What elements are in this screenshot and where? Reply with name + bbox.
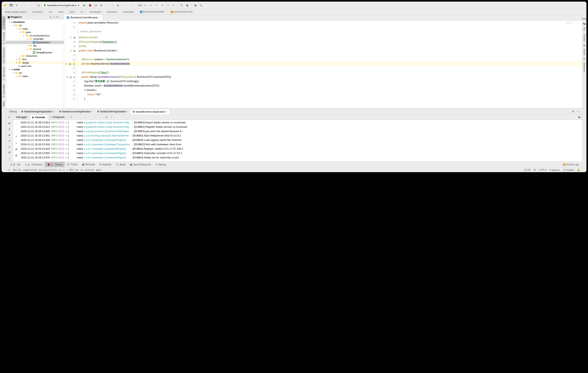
node-java[interactable]: ▾📁java <box>6 31 64 34</box>
node-business[interactable]: ▾■business <box>6 20 64 24</box>
force-step-icon[interactable]: ⇓ <box>83 115 88 119</box>
print-icon[interactable]: 🖶 <box>14 147 19 151</box>
structure-icon[interactable]: ▦ <box>185 3 190 8</box>
git-fetch-icon[interactable]: ✦ <box>160 3 165 8</box>
rail-pull-requests[interactable]: Pull Requests <box>2 46 6 65</box>
subtab-debugger[interactable]: Debugger <box>13 114 30 120</box>
minimize-icon[interactable]: — <box>60 16 62 19</box>
close-icon[interactable]: × <box>99 16 100 19</box>
step-into-icon[interactable]: ↓ <box>78 115 83 119</box>
bc-7[interactable]: business <box>106 10 118 14</box>
node-order-main[interactable]: ▸📁main <box>6 75 64 78</box>
subtab-endpoints[interactable]: ⇄ Endpoints <box>48 114 67 120</box>
mute-bp-icon[interactable]: ⊘ <box>7 145 12 149</box>
tools-toggle-icon[interactable]: ▢ <box>8 168 10 171</box>
bc-0[interactable]: seata-dubbo-action <box>4 10 27 14</box>
bc-3[interactable]: main <box>57 10 64 14</box>
node-resources[interactable]: ▸📁resources <box>6 54 64 58</box>
node-service[interactable]: ▸📁service <box>6 47 64 51</box>
coverage-icon[interactable]: ◔ <box>93 3 98 8</box>
database-icon[interactable]: 🗄 <box>583 57 586 61</box>
tool-event-log[interactable]: 1 Event Log <box>561 162 580 167</box>
trash-icon[interactable]: 🗑 <box>7 150 12 155</box>
node-controller[interactable]: ▾📁controller <box>6 37 64 41</box>
build-icon[interactable]: 🔨 <box>36 3 41 8</box>
debug-tab-1[interactable]: ⬢SeataAccountApplication× <box>57 109 95 114</box>
rail-sciview[interactable]: SciView <box>583 32 586 43</box>
status-pos[interactable]: 23:29 <box>524 168 531 171</box>
evaluate-icon[interactable]: ▦ <box>104 115 109 119</box>
tool-debug[interactable]: 🐞 5: Debug <box>45 162 64 167</box>
layout-icon[interactable]: ▣ <box>577 115 582 119</box>
clear-icon[interactable]: 🗑 <box>14 153 19 158</box>
minimize-icon[interactable]: — <box>576 109 580 114</box>
pause-icon[interactable]: ∥ <box>7 127 12 131</box>
back-icon[interactable]: ← <box>22 3 27 8</box>
gear-icon[interactable]: ⚙ <box>56 16 59 19</box>
list-icon[interactable]: ≡ <box>110 3 115 8</box>
next-highlight-icon[interactable]: ⌄ <box>576 21 578 24</box>
debug-icon[interactable]: 🐞 <box>88 3 92 8</box>
ant-icon[interactable]: 🐜 <box>583 22 586 25</box>
debug-tab-3[interactable]: ⬢SeataBusinessApplication× <box>130 109 170 114</box>
tool-jee[interactable]: ▦ Java Enterprise <box>128 162 153 167</box>
lock-icon[interactable]: 🔒 <box>577 168 580 171</box>
rail-commit[interactable]: 0: Commit <box>2 31 6 45</box>
up-icon[interactable]: ↑ <box>14 121 19 126</box>
bc-10[interactable]: fbusinessService <box>170 10 193 14</box>
debug-tab-2[interactable]: ⬢SeataOrderApplication× <box>95 109 130 114</box>
subtab-console[interactable]: ▶ Console <box>30 114 48 120</box>
rail-web[interactable]: Web <box>2 100 6 108</box>
run-cursor-icon[interactable]: ⇥ <box>97 115 102 119</box>
rail-project[interactable]: 1: Project <box>2 16 6 30</box>
trace-icon[interactable]: ⇄ <box>109 115 114 119</box>
node-businesscontroller[interactable]: CBusinessCo <box>6 41 64 44</box>
rail-structure[interactable]: 7: Structure <box>2 65 6 82</box>
status-branch[interactable]: ⎇ master <box>563 168 574 171</box>
status-enc[interactable]: UTF-8 <box>539 168 546 171</box>
stop-icon[interactable]: ■ <box>116 3 120 8</box>
mapping-icon[interactable]: ◉ <box>70 75 72 78</box>
chevron-down-icon[interactable]: ▾ <box>20 16 22 19</box>
scroll-icon[interactable]: ⤓ <box>14 140 19 145</box>
rail-favorites[interactable]: 2: Favorites <box>2 83 6 99</box>
console-output[interactable]: 2020-12-21 16:26:13.813 INFO 5123 --- [ … <box>20 120 582 161</box>
gear-icon[interactable]: ⚙ <box>571 109 576 114</box>
bulb-icon[interactable]: 💡 <box>72 62 75 65</box>
node-pom[interactable]: mpom.xml <box>6 64 64 68</box>
status-indent[interactable]: 4 spaces <box>549 168 560 171</box>
breakpoints-icon[interactable]: ● <box>7 139 12 143</box>
tool-git[interactable]: ⎇ 9: Git <box>8 162 22 167</box>
bean-icon[interactable]: ◉ <box>69 62 71 65</box>
debug-tab-0[interactable]: ⬢SeataStorageApplication× <box>19 109 57 114</box>
save-icon[interactable]: 💾 <box>9 3 13 8</box>
bc-2[interactable]: src <box>48 10 53 14</box>
node-pkg[interactable]: ▾📁cn.mushuwei.bus <box>6 34 64 37</box>
locate-icon[interactable]: ⊕ <box>49 16 52 19</box>
bc-6[interactable]: mushuwei <box>88 10 102 14</box>
rail-ant[interactable]: Ant <box>583 25 586 32</box>
bc-9[interactable]: CBusinessController <box>139 10 165 14</box>
bc-4[interactable]: java <box>69 10 75 14</box>
node-order[interactable]: ▾■order <box>6 68 64 71</box>
down-icon[interactable]: ↓ <box>14 128 19 132</box>
tool-problems[interactable]: ⚠ 6: Problems <box>23 162 44 167</box>
tool-terminal[interactable]: ▣ Terminal <box>80 162 97 167</box>
wrap-icon[interactable]: ≡ <box>14 134 19 139</box>
editor-tab-active[interactable]: C BusinessController.java × <box>64 15 103 21</box>
rerun-icon[interactable]: ⟳ <box>7 115 12 119</box>
sync-icon[interactable]: ↻ <box>129 3 134 8</box>
attach-icon[interactable]: ⤓ <box>104 3 109 8</box>
bc-1[interactable]: business <box>32 10 43 14</box>
tool-spring[interactable]: ❀ Spring <box>153 162 168 167</box>
open-icon[interactable]: 📂 <box>3 3 8 8</box>
refresh-icon[interactable]: ⟳ <box>14 3 19 8</box>
code-area[interactable]: import javax.annotation.Resource; Author… <box>77 21 582 108</box>
editor-content[interactable]: ⚠1 ⌃ ⌄ 11 12 17◉ 18 19 20◉ 21 <box>64 21 582 108</box>
more-icon[interactable]: » <box>7 156 12 161</box>
rail-maven[interactable]: Maven <box>583 47 586 57</box>
rail-database[interactable]: Database <box>583 61 586 74</box>
node-dto[interactable]: ▸📁dto <box>6 44 64 47</box>
inspection-widget[interactable]: ⚠1 ⌃ ⌄ <box>567 21 578 24</box>
bc-8[interactable]: controller <box>122 10 135 14</box>
